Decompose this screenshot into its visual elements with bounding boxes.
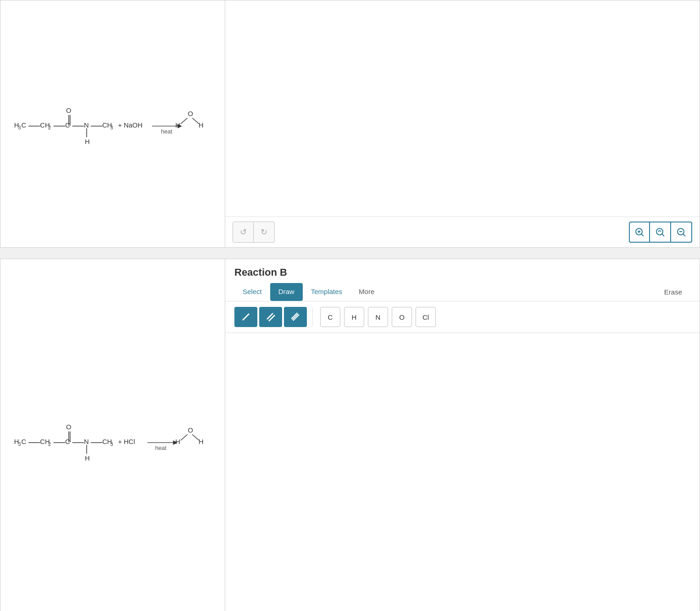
svg-line-32 <box>662 234 664 236</box>
reaction-b-tab-toolbar: Select Draw Templates More Erase <box>225 283 700 301</box>
reaction-a-left: H 3 C CH 2 C O N <box>0 0 225 247</box>
single-bond-button[interactable] <box>234 307 257 327</box>
svg-text:H: H <box>199 122 204 129</box>
reaction-a-drawing-area[interactable] <box>225 0 700 217</box>
svg-text:+ HCl: + HCl <box>118 438 135 445</box>
svg-line-61 <box>192 434 199 440</box>
reaction-b-drawing-area[interactable] <box>225 333 700 611</box>
svg-line-23 <box>181 118 188 124</box>
svg-text:3: 3 <box>111 125 113 130</box>
panel-gap <box>0 248 700 253</box>
svg-text:3: 3 <box>18 441 21 447</box>
svg-text:3: 3 <box>18 125 21 130</box>
atom-c-button[interactable]: C <box>320 307 340 327</box>
svg-text:H: H <box>199 438 204 445</box>
zoom-in-button[interactable] <box>629 222 650 243</box>
svg-line-25 <box>192 118 199 124</box>
undo-button[interactable]: ↺ <box>233 222 254 243</box>
zoom-out-icon <box>676 227 686 237</box>
redo-button[interactable]: ↻ <box>254 222 275 243</box>
tab-templates[interactable]: Templates <box>303 283 350 301</box>
svg-text:2: 2 <box>48 441 51 447</box>
svg-text:O: O <box>188 427 193 434</box>
svg-text:H: H <box>175 438 180 445</box>
svg-text:N: N <box>84 438 89 445</box>
svg-point-31 <box>656 228 663 235</box>
svg-text:C: C <box>21 438 26 445</box>
atom-h-button[interactable]: H <box>344 307 364 327</box>
zoom-out-button[interactable] <box>671 222 692 243</box>
reaction-a-toolbar: ↺ ↻ <box>225 217 700 247</box>
reaction-b-right: Reaction B Select Draw Templates More Er… <box>225 259 700 611</box>
svg-text:O: O <box>66 107 71 114</box>
svg-line-30 <box>641 234 644 236</box>
reaction-b-title: Reaction B <box>225 259 700 283</box>
svg-text:H: H <box>85 455 90 462</box>
triple-bond-button[interactable] <box>284 307 307 327</box>
reaction-a-right: ↺ ↻ <box>225 0 700 247</box>
reaction-b-panel: H 3 C CH 2 C O N <box>0 259 700 611</box>
zoom-fit-icon <box>655 227 665 237</box>
svg-line-35 <box>683 234 685 236</box>
svg-text:C: C <box>65 438 70 445</box>
svg-text:O: O <box>66 423 71 431</box>
tab-select[interactable]: Select <box>234 283 270 301</box>
svg-text:3: 3 <box>111 441 113 447</box>
svg-text:O: O <box>188 110 193 117</box>
zoom-in-icon <box>634 227 644 237</box>
erase-button[interactable]: Erase <box>656 283 690 300</box>
single-bond-icon <box>241 312 251 322</box>
svg-text:C: C <box>65 122 70 129</box>
svg-text:heat: heat <box>161 128 172 135</box>
reaction-a-structure: H 3 C CH 2 C O N <box>10 73 216 174</box>
double-bond-button[interactable] <box>259 307 282 327</box>
bond-atom-toolbar: C H N O Cl <box>225 301 700 333</box>
page-container: H 3 C CH 2 C O N <box>0 0 700 611</box>
undo-redo-group: ↺ ↻ <box>233 222 275 243</box>
zoom-fit-button[interactable] <box>650 222 671 243</box>
toolbar-separator <box>312 308 313 326</box>
svg-text:+ NaOH: + NaOH <box>118 122 142 129</box>
double-bond-icon <box>266 312 276 322</box>
svg-text:2: 2 <box>48 125 51 130</box>
svg-text:heat: heat <box>155 445 167 451</box>
atom-o-button[interactable]: O <box>392 307 412 327</box>
reaction-a-panel: H 3 C CH 2 C O N <box>0 0 700 248</box>
svg-line-59 <box>181 434 188 440</box>
tab-more[interactable]: More <box>350 283 383 301</box>
triple-bond-icon <box>290 312 300 322</box>
svg-text:H: H <box>85 138 90 145</box>
reaction-b-left: H 3 C CH 2 C O N <box>0 259 225 611</box>
tab-draw[interactable]: Draw <box>270 283 303 301</box>
svg-text:N: N <box>84 122 89 129</box>
svg-text:C: C <box>21 122 26 129</box>
svg-text:H: H <box>175 122 180 129</box>
atom-cl-button[interactable]: Cl <box>416 307 436 327</box>
atom-n-button[interactable]: N <box>368 307 388 327</box>
zoom-group <box>629 222 692 243</box>
reaction-b-structure: H 3 C CH 2 C O N <box>10 390 216 491</box>
svg-line-63 <box>243 314 249 320</box>
